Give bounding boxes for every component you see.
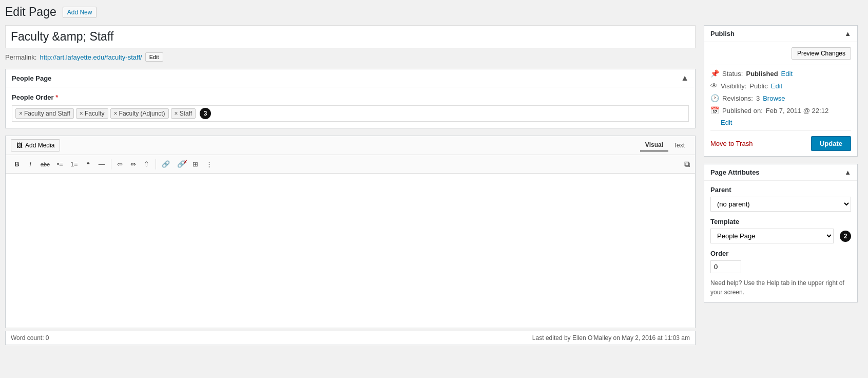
page-title: Edit Page xyxy=(5,5,56,19)
publish-panel-header[interactable]: Publish ▲ xyxy=(704,26,857,42)
order-input[interactable] xyxy=(710,260,741,273)
revisions-row: 🕐 Revisions: 3 Browse xyxy=(710,94,851,102)
revisions-label: Revisions: xyxy=(722,94,753,102)
insert-table-button[interactable]: ⊞ xyxy=(189,158,202,170)
link-button[interactable]: 🔗 xyxy=(159,158,173,170)
required-star: * xyxy=(55,93,58,101)
tag-remove-staff[interactable]: × xyxy=(175,110,178,117)
order-label: Order xyxy=(710,250,851,257)
page-attributes-panel: Page Attributes ▲ Parent (no parent) Tem… xyxy=(704,164,858,303)
unlink-button[interactable]: 🔗✗ xyxy=(174,158,188,170)
last-edited-info: Last edited by Ellen O'Malley on May 2, … xyxy=(532,334,690,342)
toolbar-separator-1 xyxy=(111,159,111,169)
template-row: People Page 2 xyxy=(710,229,851,243)
page-attributes-panel-body: Parent (no parent) Template People Page … xyxy=(704,181,857,302)
help-text: Need help? Use the Help tab in the upper… xyxy=(710,278,851,297)
tab-visual[interactable]: Visual xyxy=(640,139,668,152)
editor-top-bar: 🖼 Add Media Visual Text xyxy=(6,136,695,155)
visibility-value: Public xyxy=(749,82,767,90)
people-page-metabox-title: People Page xyxy=(12,74,51,82)
calendar-icon: 📅 xyxy=(710,106,719,115)
preview-changes-button[interactable]: Preview Changes xyxy=(792,47,851,60)
published-on-label: Published on: xyxy=(722,107,763,115)
fullscreen-button[interactable]: ⧉ xyxy=(684,160,690,169)
badge-2: 2 xyxy=(840,231,851,242)
move-to-trash-button[interactable]: Move to Trash xyxy=(710,140,753,147)
tag-label-staff: Staff xyxy=(180,110,192,117)
tag-remove-faculty-adjunct[interactable]: × xyxy=(114,110,118,117)
publish-panel-title: Publish xyxy=(710,30,735,37)
editor-toolbar: B I abc •≡ 1≡ ❝ — ⇦ ⇔ ⇧ 🔗 🔗✗ ⊞ xyxy=(6,155,695,174)
editor-content-area[interactable] xyxy=(6,174,695,328)
strikethrough-button[interactable]: abc xyxy=(37,159,53,169)
align-left-button[interactable]: ⇦ xyxy=(114,158,126,170)
publish-panel-body: Preview Changes 📌 Status: Published Edit… xyxy=(704,42,857,156)
permalink-row: Permalink: http://art.lafayette.edu/facu… xyxy=(5,52,696,62)
people-page-collapse-icon: ▲ xyxy=(681,73,689,83)
add-media-label: Add Media xyxy=(25,142,54,149)
update-button[interactable]: Update xyxy=(811,136,851,151)
visibility-label: Visibility: xyxy=(721,82,746,90)
tag-remove-faculty[interactable]: × xyxy=(80,110,83,117)
tag-label-faculty-and-staff: Faculty and Staff xyxy=(24,110,70,117)
published-on-edit-link[interactable]: Edit xyxy=(721,119,732,126)
add-new-button[interactable]: Add New xyxy=(63,7,97,18)
people-page-metabox-header[interactable]: People Page ▲ xyxy=(6,69,695,87)
visibility-icon: 👁 xyxy=(710,82,718,90)
revisions-count: 3 xyxy=(756,94,760,102)
status-edit-link[interactable]: Edit xyxy=(781,70,793,78)
people-page-metabox: People Page ▲ People Order * × Faculty a… xyxy=(5,69,696,128)
numbered-list-button[interactable]: 1≡ xyxy=(67,158,81,170)
parent-select[interactable]: (no parent) xyxy=(710,197,851,212)
sidebar: Publish ▲ Preview Changes 📌 Status: Publ… xyxy=(704,25,858,310)
tag-label-faculty-adjunct: Faculty (Adjunct) xyxy=(119,110,165,117)
page-attributes-panel-title: Page Attributes xyxy=(710,168,760,176)
tag-faculty-and-staff[interactable]: × Faculty and Staff xyxy=(15,108,74,119)
status-icon: 📌 xyxy=(710,69,719,78)
more-toolbar-button[interactable]: ⋮ xyxy=(203,158,216,170)
tag-faculty-adjunct[interactable]: × Faculty (Adjunct) xyxy=(110,108,169,119)
people-order-tags-input[interactable]: × Faculty and Staff × Faculty × Faculty … xyxy=(12,105,689,122)
status-value: Published xyxy=(746,70,778,78)
publish-panel: Publish ▲ Preview Changes 📌 Status: Publ… xyxy=(704,25,858,157)
revisions-browse-link[interactable]: Browse xyxy=(763,94,785,102)
people-order-label: People Order * xyxy=(12,93,689,101)
align-right-button[interactable]: ⇧ xyxy=(141,158,153,170)
published-on-row: 📅 Published on: Feb 7, 2011 @ 22:12 xyxy=(710,106,851,115)
tag-staff[interactable]: × Staff xyxy=(171,108,196,119)
bullet-list-button[interactable]: •≡ xyxy=(54,158,66,170)
published-on-value: Feb 7, 2011 @ 22:12 xyxy=(766,107,828,115)
status-row: 📌 Status: Published Edit xyxy=(710,69,851,78)
tag-remove-faculty-and-staff[interactable]: × xyxy=(19,110,23,117)
visibility-edit-link[interactable]: Edit xyxy=(771,82,782,90)
add-media-button[interactable]: 🖼 Add Media xyxy=(11,139,60,152)
toolbar-separator-2 xyxy=(156,159,156,169)
align-center-button[interactable]: ⇔ xyxy=(127,158,140,170)
editor-status-bar: Word count: 0 Last edited by Ellen O'Mal… xyxy=(5,331,696,345)
template-select[interactable]: People Page xyxy=(710,229,834,243)
tab-text[interactable]: Text xyxy=(668,139,690,152)
publish-collapse-icon: ▲ xyxy=(844,30,851,37)
page-title-input[interactable] xyxy=(5,25,696,48)
editor-section: 🖼 Add Media Visual Text B I abc •≡ 1≡ ❝ … xyxy=(5,136,696,328)
badge-3: 3 xyxy=(200,108,211,119)
permalink-edit-button[interactable]: Edit xyxy=(145,52,163,62)
editor-view-tabs: Visual Text xyxy=(640,139,690,152)
page-attributes-collapse-icon: ▲ xyxy=(844,168,851,176)
horizontal-rule-button[interactable]: — xyxy=(95,158,108,170)
permalink-link[interactable]: http://art.lafayette.edu/faculty-staff/ xyxy=(40,53,142,61)
tag-faculty[interactable]: × Faculty xyxy=(76,108,108,119)
template-label: Template xyxy=(710,218,851,225)
blockquote-button[interactable]: ❝ xyxy=(82,158,94,170)
italic-button[interactable]: I xyxy=(24,158,36,170)
people-page-metabox-body: People Order * × Faculty and Staff × Fac… xyxy=(6,87,695,128)
bold-button[interactable]: B xyxy=(11,158,23,170)
tag-label-faculty: Faculty xyxy=(85,110,105,117)
status-label: Status: xyxy=(722,70,743,78)
visibility-row: 👁 Visibility: Public Edit xyxy=(710,82,851,90)
publish-actions: Move to Trash Update xyxy=(710,136,851,151)
page-attributes-panel-header[interactable]: Page Attributes ▲ xyxy=(704,164,857,181)
preview-changes-wrapper: Preview Changes xyxy=(710,47,851,60)
parent-label: Parent xyxy=(710,186,851,194)
revisions-icon: 🕐 xyxy=(710,94,719,102)
